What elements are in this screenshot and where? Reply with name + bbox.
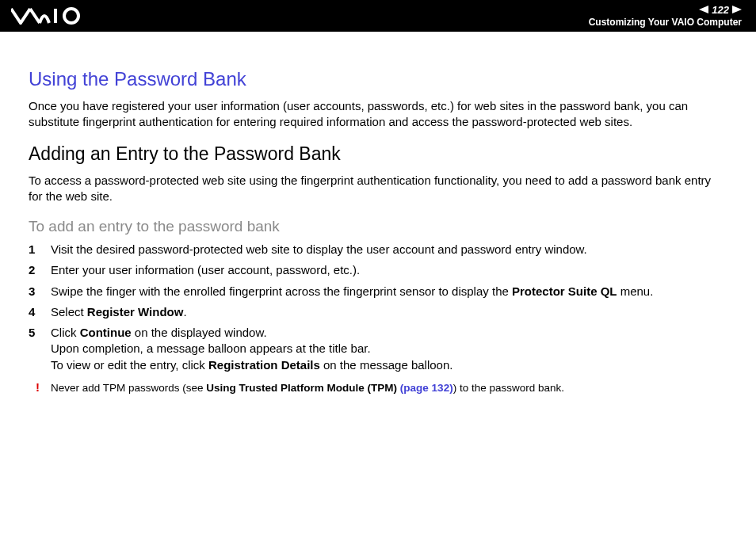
step-text: .: [183, 305, 186, 318]
vaio-logo: [11, 7, 87, 25]
step-text: To view or edit the entry, click: [51, 358, 208, 372]
step-bold: Register Window: [87, 305, 184, 318]
step-text: Upon completion, a message balloon appea…: [51, 341, 371, 355]
note-text: ) to the password bank.: [453, 382, 564, 394]
svg-rect-0: [54, 9, 57, 23]
step-text: menu.: [617, 284, 654, 298]
step-bold: Continue: [80, 326, 132, 339]
next-page-arrow-icon[interactable]: [732, 4, 742, 17]
page-navigation: 122: [589, 4, 742, 17]
step-item: Visit the desired password-protected web…: [29, 242, 727, 257]
step-text: Swipe the finger with the enrolled finge…: [51, 284, 512, 298]
step-item: Enter your user information (user accoun…: [29, 262, 727, 278]
step-list: Visit the desired password-protected web…: [29, 242, 727, 373]
svg-marker-3: [732, 6, 742, 13]
note-text: Never add TPM passwords (see: [51, 382, 206, 394]
page-content: Using the Password Bank Once you have re…: [0, 32, 756, 395]
step-item: Swipe the finger with the enrolled finge…: [29, 284, 727, 299]
step-text: on the message balloon.: [320, 358, 453, 372]
step-text: Click: [51, 326, 80, 339]
page-number: 122: [712, 4, 729, 17]
step-text: Select: [51, 305, 87, 318]
note-bold: Using Trusted Platform Module (TPM): [206, 382, 400, 394]
page-header: 122 Customizing Your VAIO Computer: [0, 0, 756, 32]
section-title: Using the Password Bank: [29, 68, 727, 90]
step-item: Click Continue on the displayed window. …: [29, 325, 727, 373]
step-item: Select Register Window.: [29, 304, 727, 320]
subsection-title: Adding an Entry to the Password Bank: [29, 143, 727, 165]
warning-icon: !: [36, 380, 40, 395]
step-text: on the displayed window.: [132, 326, 267, 339]
task-title: To add an entry to the password bank: [29, 218, 727, 235]
step-text: Visit the desired password-protected web…: [51, 242, 587, 256]
step-bold: Registration Details: [208, 358, 320, 372]
svg-marker-2: [699, 6, 708, 13]
step-text: Enter your user information (user accoun…: [51, 263, 360, 277]
header-meta: 122 Customizing Your VAIO Computer: [589, 4, 742, 28]
step-bold: Protector Suite QL: [512, 284, 617, 298]
prev-page-arrow-icon[interactable]: [699, 4, 708, 17]
breadcrumb: Customizing Your VAIO Computer: [589, 17, 742, 28]
section-intro: Once you have registered your user infor…: [29, 98, 727, 129]
svg-point-1: [64, 9, 78, 23]
subsection-intro: To access a password-protected web site …: [29, 173, 727, 204]
warning-note: ! Never add TPM passwords (see Using Tru…: [29, 381, 727, 395]
note-page-link[interactable]: (page 132): [400, 382, 453, 394]
